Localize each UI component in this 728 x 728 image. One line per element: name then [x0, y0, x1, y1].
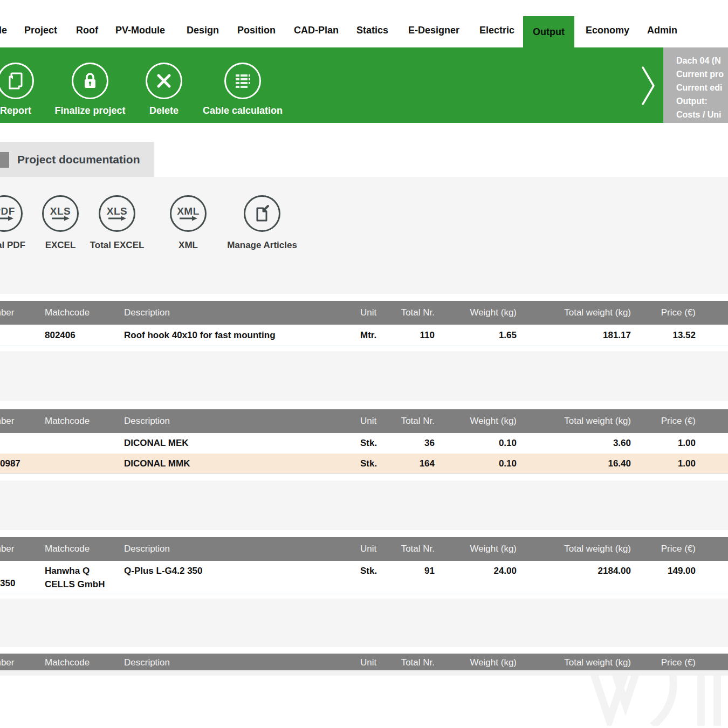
total-pdf-button-label: Total PDF [0, 240, 25, 251]
xls-export-icon: XLS [42, 195, 79, 232]
col-total-nr: Total Nr. [370, 301, 435, 325]
section-band [0, 351, 728, 401]
col-total-weight: Total weight (kg) [523, 301, 631, 325]
manage-articles-button[interactable]: Manage Articles [216, 195, 308, 251]
table-row[interactable]: DICONAL MEK Stk. 36 0.10 3.60 1.00 [0, 433, 728, 454]
menu-item-project[interactable]: Project [24, 25, 57, 36]
spacer [0, 401, 728, 409]
pdf-export-icon: PDF [0, 195, 23, 232]
project-info-line-output: Output: [676, 94, 728, 108]
list-circle-icon [224, 63, 261, 99]
menu-item-output-label: Output [533, 26, 565, 38]
col-price: Price (€) [631, 301, 696, 325]
menu-item-output-active[interactable]: Output [523, 16, 574, 47]
xml-button[interactable]: XML XML [150, 195, 226, 251]
table-header-2: Number Matchcode Description Unit Total … [0, 409, 728, 433]
menu-item-position[interactable]: Position [237, 25, 276, 36]
spacer [0, 346, 728, 351]
output-toolbar: Report Finalize project Delete [0, 47, 728, 123]
table-row[interactable]: 350 Hanwha Q CELLS GmbH Q-Plus L-G4.2 35… [0, 561, 728, 594]
tab-project-documentation[interactable]: Project documentation [0, 142, 154, 177]
section-band [0, 480, 728, 530]
total-excel-button-label: Total EXCEL [90, 240, 145, 251]
menu-item-roof[interactable]: Roof [76, 25, 98, 36]
spacer [0, 294, 728, 301]
delete-button-label: Delete [149, 105, 178, 116]
delete-button[interactable]: Delete [121, 47, 207, 123]
table-header-3: Number Matchcode Description Unit Total … [0, 537, 728, 561]
menu-item-electric[interactable]: Electric [479, 25, 514, 36]
col-number: Number [0, 301, 14, 325]
doc-tab-row: Project documentation [0, 142, 728, 177]
menu-item-pv-module[interactable]: PV-Module [115, 25, 165, 36]
table-header-1: Number Matchcode Description Unit Total … [0, 301, 728, 325]
table-header-4: Number Matchcode Description Unit Total … [0, 654, 728, 670]
expand-panel-chevron-icon[interactable] [641, 65, 657, 108]
project-info-panel: Dach 04 (N Current pro Current edi Outpu… [663, 47, 728, 123]
menu-item-cad-plan[interactable]: CAD-Plan [294, 25, 339, 36]
excel-button-label: EXCEL [45, 240, 76, 251]
cable-calculation-button[interactable]: Cable calculation [196, 47, 289, 123]
project-info-line-current-editor: Current edi [676, 81, 728, 94]
menu-item-e-designer[interactable]: E-Designer [408, 25, 459, 36]
xml-button-label: XML [178, 240, 198, 251]
total-excel-button[interactable]: XLS Total EXCEL [79, 195, 155, 251]
menu-item-economy[interactable]: Economy [586, 25, 629, 36]
table-row-highlighted[interactable]: 0987 DICONAL MMK Stk. 164 0.10 16.40 1.0… [0, 454, 728, 474]
xml-export-icon: XML [170, 195, 207, 232]
menu-item-statics[interactable]: Statics [356, 25, 388, 36]
project-info-line-current-project: Current pro [676, 67, 728, 81]
col-description: Description [124, 301, 356, 325]
lock-icon [72, 63, 108, 99]
menu-item-design[interactable]: Design [187, 25, 219, 36]
project-info-line-costs: Costs / Uni [676, 108, 728, 121]
edit-document-icon [244, 195, 280, 232]
project-info-line-roof: Dach 04 (N [676, 54, 728, 67]
menu-item-file[interactable]: File [0, 25, 7, 36]
x-circle-icon [146, 63, 182, 99]
tab-edge-icon [0, 152, 9, 168]
col-weight: Weight (kg) [441, 301, 517, 325]
spacer [0, 123, 728, 142]
section-band [0, 670, 728, 676]
tab-project-documentation-label: Project documentation [17, 142, 140, 177]
menu-bar: File Project Roof PV-Module Design Posit… [0, 0, 728, 47]
manage-articles-button-label: Manage Articles [227, 240, 297, 251]
menu-item-admin[interactable]: Admin [647, 25, 677, 36]
finalize-project-button[interactable]: Finalize project [47, 47, 133, 123]
spacer [0, 474, 728, 480]
col-matchcode: Matchcode [45, 301, 117, 325]
spacer [0, 647, 728, 654]
finalize-project-button-label: Finalize project [54, 105, 125, 116]
export-button-section: PDF Total PDF XLS EXCEL XLS Total EXCEL … [0, 177, 728, 294]
section-band [0, 599, 728, 647]
spacer [0, 594, 728, 599]
table-row[interactable]: 802406 Roof hook 40x10 for fast mounting… [0, 325, 728, 346]
report-pages-icon [0, 63, 34, 99]
spacer [0, 530, 728, 537]
cable-calculation-button-label: Cable calculation [203, 105, 283, 116]
xls-total-export-icon: XLS [99, 195, 135, 232]
report-button-label: Report [0, 105, 31, 116]
